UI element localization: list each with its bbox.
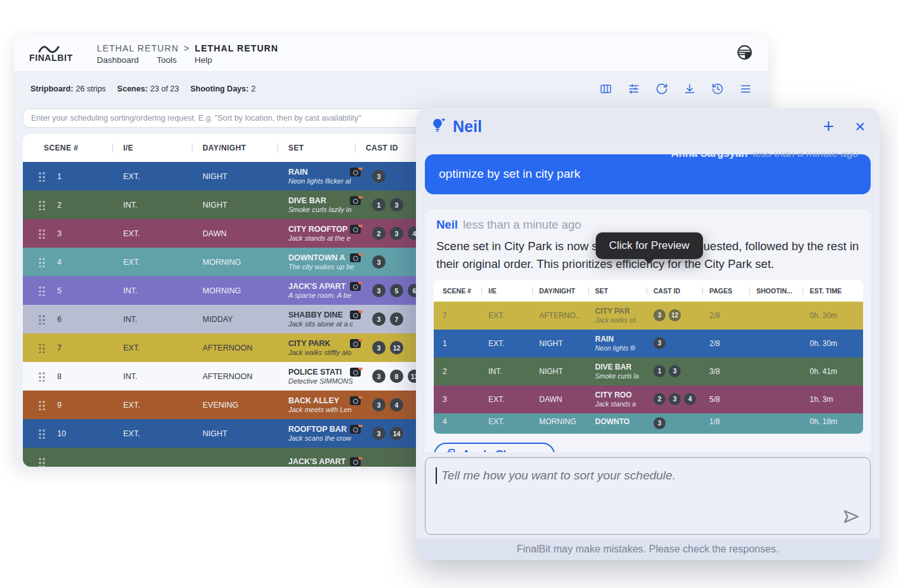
drag-handle-icon[interactable] [38,257,46,267]
set-cell: ROOFTOP BAR Jack scans the crow [288,425,366,442]
scene-number: 2 [443,367,488,376]
account-menu-icon[interactable] [736,44,753,63]
preview-row[interactable]: 1 EXT. NIGHT RAIN Neon lights fli 3 2/8 … [434,330,863,357]
day-night: NIGHT [203,429,288,438]
est-time: 0h. 30m [810,339,863,348]
day-night: AFTERNO... [539,311,595,320]
scene-number: 4 [57,258,123,267]
user-message-bubble: optimize by set in city park [425,154,871,194]
apply-changes-button[interactable]: Apply Changes [434,443,555,453]
scene-number: 2 [57,201,123,210]
camera-icon[interactable] [350,339,361,348]
schedule-preview-table[interactable]: SCENE #I/EDAY/NIGHTSETCAST IDPAGESSHOOTI… [434,280,863,434]
set-title: CITY PARK [288,339,347,348]
set-title: CITY PAR [595,307,653,316]
camera-icon[interactable] [350,253,361,262]
user-message-time: less than a minute ago [753,152,858,159]
new-chat-icon[interactable]: + [823,117,834,136]
history-icon[interactable] [711,83,724,95]
text-cursor [436,467,437,484]
column-header[interactable]: DAY/NIGHT [203,144,288,152]
set-cell: DIVE BAR Smoke curls lazily in [288,196,366,213]
int-ext: INT. [123,315,203,324]
drag-handle-icon[interactable] [38,229,46,239]
day-night: MORNING [203,258,288,267]
cast-badge: 2 [653,393,666,405]
int-ext: INT. [123,286,203,295]
preview-column-header: I/E [488,287,539,295]
breadcrumb-current: LETHAL RETURN [195,43,278,53]
filter-icon[interactable] [627,83,640,95]
camera-icon[interactable] [350,282,361,291]
drag-handle-icon[interactable] [38,343,46,353]
day-night: AFTERNOON [203,372,288,381]
cast-badge: 3 [390,198,403,211]
preview-row[interactable]: 7 EXT. AFTERNO... CITY PAR Jack walks st… [434,302,863,330]
day-night: MORNING [539,417,595,426]
close-panel-icon[interactable]: ✕ [854,120,866,133]
set-cell: CITY ROOFTOP Jack stands at the e [288,225,366,242]
cast-badge: 8 [390,370,403,383]
drag-handle-icon[interactable] [38,286,46,296]
toolbar-icons [600,83,752,95]
set-cell: RAIN Neon lights fli [595,335,653,352]
set-title: POLICE STATI [288,368,347,377]
chat-scroll-area: Anna Sargsyanless than a minute ago opti… [425,152,871,452]
chat-input[interactable]: Tell me how you want to sort your schedu… [425,457,871,535]
day-night: MORNING [203,286,288,295]
column-header[interactable]: SCENE # [44,144,123,152]
notification-dot [358,282,363,284]
est-time: 0h. 41m [810,367,863,376]
preview-row[interactable]: 3 EXT. DAWN CITY ROO Jack stands a 234 5… [434,385,863,413]
app-logo[interactable]: FINALBIT [29,44,73,63]
camera-icon[interactable] [350,311,361,319]
camera-icon[interactable] [350,457,361,466]
scene-number: 10 [57,429,123,438]
camera-icon[interactable] [350,425,361,434]
breadcrumb: LETHAL RETURN > LETHAL RETURN [97,43,279,53]
menu-icon[interactable] [739,83,752,95]
set-cell: CITY ROO Jack stands a [595,391,653,408]
drag-handle-icon[interactable] [38,457,46,467]
cast-ids: 3 [653,337,709,349]
column-header[interactable]: I/E [123,144,203,152]
camera-icon[interactable] [350,225,361,234]
assistant-response-meta: Neilless than a minute ago [434,218,863,232]
copy-icon [445,448,456,452]
camera-icon[interactable] [350,396,361,405]
drag-handle-icon[interactable] [38,400,46,410]
cast-badge: 3 [669,393,681,405]
drag-handle-icon[interactable] [38,371,46,382]
set-cell: CITY PAR Jack walks sti. [595,307,653,324]
drag-handle-icon[interactable] [38,200,46,210]
day-night: AFTERNOON [203,344,288,352]
preview-row[interactable]: 4 EXT. MORNING DOWNTO 3 1/8 0h. 18m [434,413,863,434]
notification-dot [358,225,363,227]
cast-badge: 4 [684,393,696,405]
preview-row[interactable]: 2 INT. NIGHT DIVE BAR Smoke curls la 13 … [434,357,863,385]
column-header[interactable]: SET [288,144,366,152]
nav-item-dashboard[interactable]: Dashboard [97,55,139,65]
cast-badge: 3 [372,312,385,326]
set-title: DOWNTOWN A [288,253,347,262]
breadcrumb-parent[interactable]: LETHAL RETURN [97,43,179,53]
camera-icon[interactable] [350,368,361,377]
camera-icon[interactable] [350,168,361,177]
drag-handle-icon[interactable] [38,314,46,324]
stat-item: Shooting Days:2 [191,84,256,93]
camera-icon[interactable] [350,196,361,205]
download-icon[interactable] [683,83,696,95]
pages: 5/8 [709,395,756,404]
refresh-icon[interactable] [655,83,668,95]
preview-column-header: EST. TIME [810,287,863,295]
drag-handle-icon[interactable] [38,429,46,439]
set-cell: DOWNTO [595,417,653,427]
preview-table-rows: 7 EXT. AFTERNO... CITY PAR Jack walks st… [434,302,863,434]
int-ext: EXT. [488,417,539,426]
nav-item-tools[interactable]: Tools [157,55,177,65]
drag-handle-icon[interactable] [38,171,46,182]
preview-column-header: SHOOTIN... [756,287,810,295]
send-icon[interactable] [843,508,860,528]
nav-item-help[interactable]: Help [194,55,212,65]
columns-icon[interactable] [600,83,612,95]
